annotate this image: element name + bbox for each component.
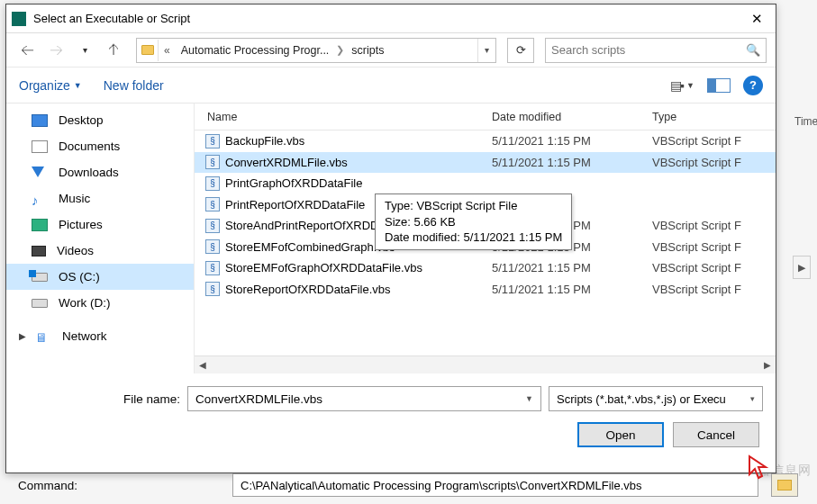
file-row[interactable]: §PrintGraphOfXRDDataFile	[195, 173, 776, 194]
toolbar: Organize▼ New folder ▤▪ ▼ ?	[6, 68, 776, 104]
file-type-filter[interactable]: Scripts (*.bat,*.vbs,*.js) or Execu▾	[549, 386, 763, 411]
address-bar[interactable]: « Automatic Processing Progr... ❯ script…	[136, 38, 496, 63]
sidebar-item-music[interactable]: ♪Music	[6, 185, 194, 212]
file-row[interactable]: §StoreEMFofGraphOfXRDDataFile.vbs5/11/20…	[195, 257, 776, 279]
vbs-file-icon: §	[205, 176, 220, 191]
chevron-right-icon[interactable]: ❯	[334, 44, 346, 56]
file-row[interactable]: §ConvertXRDMLFile.vbs5/11/2021 1:15 PMVB…	[195, 152, 776, 174]
help-button[interactable]: ?	[743, 76, 763, 95]
back-button[interactable]: 🡠	[15, 39, 39, 62]
cancel-button[interactable]: Cancel	[673, 422, 759, 447]
command-input[interactable]: C:\PANalytical\Automatic Processing Prog…	[232, 473, 758, 497]
background-scroll-right[interactable]: ▶	[793, 256, 811, 279]
column-headers: Name Date modified Type	[195, 104, 776, 130]
chevron-down-icon: ▼	[686, 81, 694, 90]
titlebar: Select an Executable or Script ✕	[6, 4, 776, 33]
column-date[interactable]: Date modified	[492, 111, 652, 123]
browse-button[interactable]	[771, 473, 798, 497]
command-label: Command:	[18, 479, 99, 492]
background-column-peek: Timec	[794, 115, 817, 128]
chevron-down-icon[interactable]: ▾	[750, 394, 755, 403]
preview-pane-toggle[interactable]	[707, 78, 731, 93]
file-list[interactable]: §BackupFile.vbs5/11/2021 1:15 PMVBScript…	[195, 130, 776, 356]
nav-sidebar: Desktop Documents Downloads ♪Music Pictu…	[6, 104, 194, 374]
sidebar-item-pictures[interactable]: Pictures	[6, 212, 194, 238]
search-icon: 🔍	[746, 43, 760, 57]
cursor-icon	[748, 454, 769, 480]
network-icon: 🖥	[35, 330, 51, 343]
vbs-file-icon: §	[205, 239, 220, 254]
vbs-file-icon: §	[205, 261, 220, 275]
file-open-dialog: Select an Executable or Script ✕ 🡠 🡢 ▾ 🡡…	[5, 4, 776, 473]
search-placeholder: Search scripts	[551, 43, 625, 57]
folder-icon	[137, 40, 159, 61]
address-dropdown[interactable]: ▾	[477, 39, 495, 62]
close-button[interactable]: ✕	[738, 4, 776, 32]
up-button[interactable]: 🡡	[102, 39, 125, 62]
drive-icon	[32, 299, 48, 308]
organize-menu[interactable]: Organize▼	[19, 78, 82, 93]
column-name[interactable]: Name	[195, 111, 492, 123]
sidebar-item-documents[interactable]: Documents	[6, 133, 194, 159]
vbs-file-icon: §	[205, 155, 220, 169]
new-folder-button[interactable]: New folder	[104, 78, 164, 93]
drive-icon	[32, 273, 48, 282]
vbs-file-icon: §	[205, 134, 220, 148]
command-row: Command: C:\PANalytical\Automatic Proces…	[18, 472, 798, 499]
view-options-button[interactable]: ▤▪ ▼	[670, 78, 694, 93]
file-list-pane: Name Date modified Type §BackupFile.vbs5…	[194, 104, 776, 374]
music-icon: ♪	[32, 193, 48, 205]
recent-locations-dropdown[interactable]: ▾	[73, 39, 96, 62]
file-name-label: File name:	[123, 392, 180, 406]
scroll-left-button[interactable]: ◀	[195, 360, 211, 370]
horizontal-scrollbar[interactable]: ◀ ▶	[195, 356, 776, 374]
sidebar-item-desktop[interactable]: Desktop	[6, 107, 194, 133]
file-row[interactable]: §BackupFile.vbs5/11/2021 1:15 PMVBScript…	[195, 130, 776, 152]
file-row[interactable]: §StoreReportOfXRDDataFile.vbs5/11/2021 1…	[195, 279, 776, 301]
sidebar-item-downloads[interactable]: Downloads	[6, 159, 194, 185]
file-name-input[interactable]: ConvertXRDMLFile.vbs▼	[187, 386, 541, 411]
vbs-file-icon: §	[205, 197, 220, 212]
search-input[interactable]: Search scripts 🔍	[545, 38, 767, 63]
documents-icon	[32, 140, 48, 153]
vbs-file-icon: §	[205, 282, 220, 296]
sidebar-item-videos[interactable]: Videos	[6, 238, 194, 264]
breadcrumb-seg-1[interactable]: Automatic Processing Progr...	[176, 44, 335, 57]
file-tooltip: Type: VBScript Script File Size: 5.66 KB…	[375, 194, 572, 250]
sidebar-item-network[interactable]: ▶🖥Network	[6, 323, 194, 349]
scroll-right-button[interactable]: ▶	[759, 360, 776, 370]
sidebar-item-work-d[interactable]: Work (D:)	[6, 290, 194, 316]
refresh-button[interactable]: ⟳	[507, 38, 534, 63]
sidebar-item-os-c[interactable]: OS (C:)	[6, 264, 194, 290]
chevron-down-icon: ▼	[74, 81, 82, 90]
list-view-icon: ▤▪	[670, 78, 683, 93]
open-button[interactable]: Open	[577, 422, 664, 447]
pictures-icon	[32, 219, 48, 231]
forward-button[interactable]: 🡢	[44, 39, 68, 62]
videos-icon	[32, 246, 46, 256]
desktop-icon	[32, 114, 48, 127]
dialog-title: Select an Executable or Script	[33, 12, 738, 25]
column-type[interactable]: Type	[652, 111, 776, 123]
breadcrumb-seg-2[interactable]: scripts	[346, 44, 389, 57]
dialog-footer: File name: ConvertXRDMLFile.vbs▼ Scripts…	[6, 374, 776, 458]
chevron-right-icon[interactable]: ▶	[19, 331, 26, 341]
folder-icon	[777, 480, 792, 490]
downloads-icon	[32, 166, 48, 179]
nav-row: 🡠 🡢 ▾ 🡡 « Automatic Processing Progr... …	[6, 33, 776, 68]
chevron-down-icon[interactable]: ▼	[525, 394, 533, 403]
vbs-file-icon: §	[205, 219, 220, 233]
breadcrumb-overflow[interactable]: «	[159, 44, 176, 57]
app-icon	[12, 12, 26, 26]
